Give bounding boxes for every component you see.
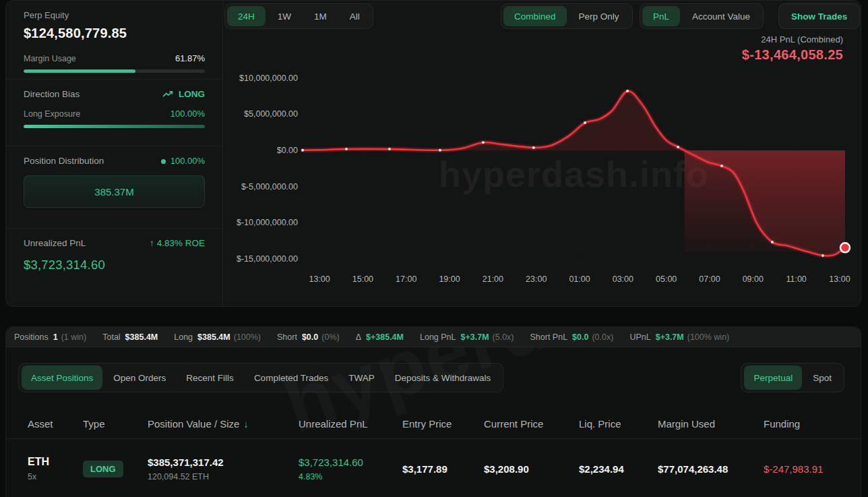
x-tick-label: 13:00 [309,274,330,284]
table-tabs: Asset PositionsOpen OrdersRecent FillsCo… [18,363,503,392]
summary-long-pnl: Long PnL$+3.7M(5.0x) [420,332,514,342]
column-header-entry-price[interactable]: Entry Price [402,418,484,430]
data-point-marker [301,149,304,152]
positions-summary-bar: Positions1(1 win)Total$385.4MLong$385.4M… [6,327,861,347]
column-label: Entry Price [402,418,452,430]
perp-equity-value: $124,580,779.85 [24,26,205,41]
position-value-cell: $385,371,317.42120,094.52 ETH [148,457,299,481]
data-point-marker [626,90,629,92]
x-tick-label: 13:00 [829,274,850,284]
summary-value: $0.0 [302,332,318,342]
summary-sub: (100%) [234,332,261,342]
tab-twap[interactable]: TWAP [339,366,384,390]
summary-value: $+3.7M [461,332,489,342]
market-perpetual[interactable]: Perpetual [744,366,802,390]
latest-point-marker [840,243,850,252]
tab-completed-trades[interactable]: Completed Trades [245,366,338,390]
column-header-type[interactable]: Type [83,418,148,430]
x-tick-label: 17:00 [396,274,416,284]
chart-pnl-value: $-13,464,058.25 [742,47,843,63]
funding-cell: $-247,983.91 [764,463,861,475]
x-tick-label: 15:00 [352,274,373,284]
scope-combined[interactable]: Combined [503,6,567,26]
column-header-margin-used[interactable]: Margin Used [658,418,764,430]
cell-value: $385,371,317.42 [148,457,299,468]
data-point-marker [720,165,723,167]
metric-pnl[interactable]: PnL [642,6,680,26]
cell-value: $2,234.94 [579,463,658,475]
liq-price-cell: $2,234.94 [579,463,658,475]
summary-value: $0.0 [572,332,588,342]
summary-value: $385.4M [125,332,158,342]
time-range-24h[interactable]: 24H [227,6,266,26]
column-label: Position Value / Size [148,418,239,430]
summary-label: Short PnL [530,332,568,342]
cell-value: $77,074,263.48 [658,463,764,475]
tab-deposits-withdrawals[interactable]: Deposits & Withdrawals [385,366,501,390]
data-point-marker [822,254,824,257]
column-header-funding[interactable]: Funding [764,418,861,430]
time-range-1w[interactable]: 1W [267,6,302,26]
column-header-liq-price[interactable]: Liq. Price [579,418,658,430]
cell-subvalue: 5x [28,472,83,481]
x-tick-label: 23:00 [526,274,547,284]
time-range-1m[interactable]: 1M [303,6,338,26]
pnl-chart[interactable] [303,68,845,264]
x-tick-label: 19:00 [439,274,460,284]
x-tick-label: 05:00 [656,274,677,284]
column-label: Funding [764,418,800,430]
y-tick-label: $-10,000,000.00 [237,218,298,227]
x-tick-label: 03:00 [613,274,633,284]
summary-label: Long [174,332,193,342]
summary-sub: (1 win) [61,332,87,342]
column-header-position-value-size[interactable]: Position Value / Size↓ [148,418,299,430]
column-header-asset[interactable]: Asset [28,418,83,430]
margin-usage-value: 61.87% [175,53,205,63]
margin-used-cell: $77,074,263.48 [658,463,764,475]
summary-upnl: UPnL$+3.7M(100% win) [629,332,729,342]
cell-value: $3,723,314.60 [299,457,402,468]
cell-value: $3,208.90 [484,463,579,475]
market-toggle: PerpetualSpot [741,363,844,392]
y-tick-label: $-5,000,000.00 [241,182,298,192]
show-trades-button[interactable]: Show Trades [778,3,860,29]
summary-sub: (5.0x) [493,332,514,342]
summary-short-pnl: Short PnL$0.0(0.0x) [530,332,614,342]
summary-value: 1 [53,332,58,342]
tab-open-orders[interactable]: Open Orders [104,366,175,390]
summary-sub: (0.0x) [592,332,613,342]
x-tick-label: 11:00 [786,274,806,284]
metric-account-value[interactable]: Account Value [681,6,761,26]
data-point-marker [677,146,679,148]
data-point-marker [345,148,348,150]
position-side-badge: LONG [83,461,123,477]
cell-value: ETH [28,456,83,468]
entry-price-cell: $3,177.89 [402,463,484,475]
summary-label: Total [102,332,120,342]
table-row[interactable]: ETH5xLONG$385,371,317.42120,094.52 ETH$3… [6,440,861,497]
scope-perp-only[interactable]: Perp Only [568,6,630,26]
data-point-marker [771,241,774,243]
column-label: Asset [28,418,53,430]
metric-toggle: PnLAccount Value [640,3,764,29]
y-tick-label: $0.00 [277,146,298,155]
sort-desc-icon: ↓ [243,419,248,430]
table-header: AssetTypePosition Value / Size↓Unrealize… [6,409,861,439]
positions-panel: hyperdash Positions1(1 win)Total$385.4ML… [5,326,861,497]
overview-panel: Perp Equity $124,580,779.85 Margin Usage… [5,0,861,307]
column-label: Current Price [484,418,543,430]
column-header-unrealized-pnl[interactable]: Unrealized PnL [299,418,402,430]
asset-cell: ETH5x [28,456,83,481]
market-spot[interactable]: Spot [803,366,841,390]
tab-recent-fills[interactable]: Recent Fills [177,366,243,390]
tab-asset-positions[interactable]: Asset Positions [22,366,102,390]
column-header-current-price[interactable]: Current Price [484,418,579,430]
x-tick-label: 01:00 [569,274,590,284]
column-label: Type [83,418,105,430]
x-tick-label: 21:00 [483,274,503,284]
chart-title: 24H PnL (Combined) [742,34,843,45]
cell-subvalue: 120,094.52 ETH [148,472,299,481]
time-range-all[interactable]: All [339,6,371,26]
y-tick-label: $5,000,000.00 [244,109,298,119]
x-tick-label: 07:00 [699,274,720,284]
